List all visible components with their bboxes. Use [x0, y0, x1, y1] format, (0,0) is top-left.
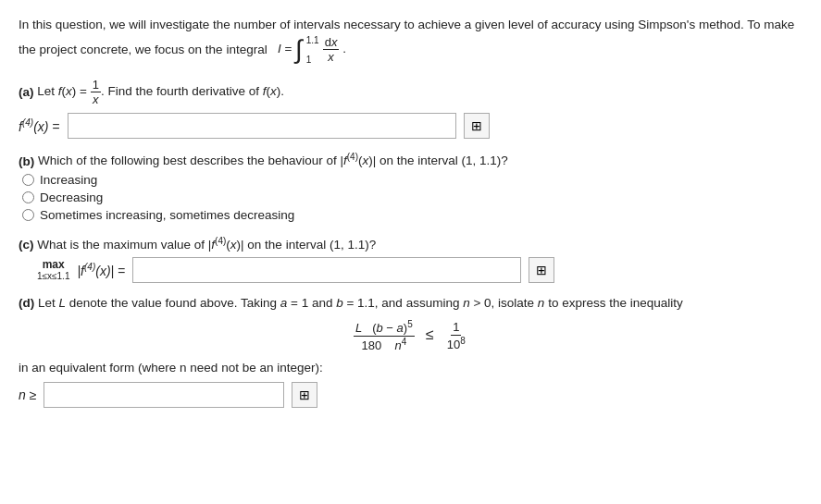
part-a-keyboard-button[interactable]: ⊞ — [464, 113, 490, 139]
part-d-input-row: n ≥ ⊞ — [19, 382, 802, 408]
radio-decreasing[interactable] — [22, 191, 34, 203]
part-b-label: (b) Which of the following best describe… — [19, 152, 802, 168]
part-d-text: Let L denote the value found above. Taki… — [38, 296, 683, 310]
part-a-label: (a) Let f(x) = 1x. Find the fourth deriv… — [19, 78, 802, 107]
part-d-keyboard-button[interactable]: ⊞ — [292, 382, 317, 408]
part-c-math-label: |f(4)(x)| = — [77, 262, 125, 278]
part-c-section: (c) What is the maximum value of |f(4)(x… — [19, 235, 802, 283]
radio-item-decreasing: Decreasing — [22, 191, 802, 204]
max-subscript: 1≤x≤1.1 — [37, 271, 69, 281]
radio-increasing[interactable] — [22, 174, 34, 186]
part-d-section: (d) Let L denote the value found above. … — [19, 296, 802, 408]
part-a-input-row: f(4)(x) = ⊞ — [19, 113, 802, 139]
radio-item-sometimes: Sometimes increasing, sometimes decreasi… — [22, 208, 802, 222]
part-a-math-label: f(4)(x) = — [19, 117, 60, 134]
part-a-section: (a) Let f(x) = 1x. Find the fourth deriv… — [19, 78, 802, 139]
part-c-label: (c) What is the maximum value of |f(4)(x… — [19, 235, 802, 252]
radio-increasing-label[interactable]: Increasing — [40, 173, 97, 187]
intro-paragraph: In this question, we will investigate th… — [19, 15, 802, 65]
part-b-section: (b) Which of the following best describe… — [19, 152, 802, 223]
part-a-answer-input[interactable] — [68, 113, 456, 139]
part-d-answer-input[interactable] — [44, 382, 284, 408]
n-label: n ≥ — [19, 387, 36, 402]
part-c-input-row: max 1≤x≤1.1 |f(4)(x)| = ⊞ — [37, 257, 802, 283]
keyboard-icon-c: ⊞ — [536, 263, 547, 277]
keyboard-icon-d: ⊞ — [299, 387, 310, 402]
part-c-answer-input[interactable] — [132, 257, 521, 283]
part-c-letter: (c) — [19, 238, 34, 252]
part-b-letter: (b) — [19, 154, 34, 167]
part-d-below-text: in an equivalent form (where n need not … — [19, 361, 802, 375]
part-a-letter: (a) — [19, 84, 34, 98]
part-c-keyboard-button[interactable]: ⊞ — [529, 257, 554, 283]
part-b-text: Which of the following best describes th… — [38, 154, 508, 167]
leq-symbol: ≤ — [426, 326, 434, 342]
radio-sometimes-label[interactable]: Sometimes increasing, sometimes decreasi… — [40, 208, 294, 222]
max-text: max — [43, 258, 65, 271]
part-c-text: What is the maximum value of |f(4)(x)| o… — [37, 238, 376, 252]
radio-sometimes[interactable] — [22, 209, 34, 221]
part-a-text: Let f(x) = 1x. Find the fourth derivativ… — [37, 84, 284, 98]
inequality-lhs: L (b − a)5 180 n4 — [354, 319, 415, 353]
radio-item-increasing: Increasing — [22, 173, 802, 187]
max-label-block: max 1≤x≤1.1 — [37, 258, 69, 281]
integral-display: I = ∫ 1.1 1 dx x . — [278, 42, 346, 55]
part-b-radio-group: Increasing Decreasing Sometimes increasi… — [22, 173, 802, 222]
inequality-display: L (b − a)5 180 n4 ≤ 1 108 — [19, 319, 802, 353]
radio-decreasing-label[interactable]: Decreasing — [40, 191, 103, 204]
keyboard-icon: ⊞ — [471, 118, 482, 133]
intro-text: In this question, we will investigate th… — [19, 18, 794, 55]
part-d-label: (d) Let L denote the value found above. … — [19, 296, 802, 310]
part-d-letter: (d) — [19, 296, 34, 310]
inequality-rhs: 1 108 — [445, 320, 467, 352]
